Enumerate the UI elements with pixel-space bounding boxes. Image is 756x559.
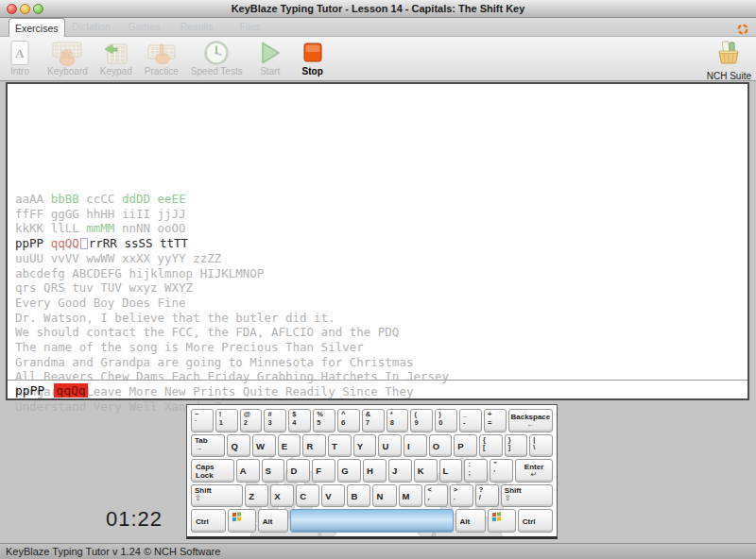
key-l: L [439, 459, 463, 483]
lesson-segment: qrs QRS tuv TUV wxyz WXYZ [15, 280, 193, 295]
key-win-left [228, 509, 256, 533]
lesson-segment: bbBB [51, 192, 87, 206]
toolbar-label-practice: Practice [145, 66, 179, 76]
key-7: &7 [362, 409, 385, 432]
key-c: C [296, 484, 319, 508]
lesson-segment: qqQQ [51, 236, 79, 250]
status-bar-text: KeyBlaze Typing Tutor v 1.24 © NCH Softw… [6, 546, 220, 557]
key-t: T [328, 434, 352, 458]
toolbar-label-start: Start [260, 66, 280, 76]
toolbar-button-keypad[interactable]: Keypad [100, 39, 132, 76]
key-z: Z [245, 484, 268, 508]
minimize-button[interactable] [20, 4, 30, 14]
zoom-button[interactable] [33, 4, 43, 14]
key-ctrl-left: Ctrl [191, 509, 226, 533]
lesson-line: Dr. Watson, I believe that the butler di… [15, 311, 449, 326]
key-equals: += [484, 409, 507, 432]
key-v: V [321, 484, 345, 508]
typing-input-row[interactable]: ppPPqqQq [8, 380, 747, 398]
clock-icon [202, 39, 231, 66]
lesson-segment: Grandma and Grandpa are going to Minneso… [15, 355, 413, 369]
lesson-segment: ppPP [15, 236, 51, 250]
key-tab: Tab→ [191, 434, 225, 458]
key-n: N [372, 484, 396, 508]
nch-suite-label: NCH Suite [707, 71, 751, 81]
toolbar-button-speed-tests[interactable]: Speed Tests [191, 39, 243, 76]
tab-games[interactable]: Games [118, 18, 171, 36]
lesson-line: kkKK llLL mmMM nnNN ooOO [15, 221, 449, 236]
key-b: B [347, 484, 370, 508]
keyboard-row: Shift⇧ZXCVBNM<,>.?/Shift⇧ [191, 484, 553, 508]
key-slash: ?/ [475, 484, 499, 508]
typed-correct-text: ppPP [15, 383, 44, 398]
key-d: D [286, 459, 310, 483]
key-win-right [488, 509, 516, 533]
key-a: A [236, 459, 260, 483]
key-semicolon: :; [464, 459, 488, 483]
key-space [290, 509, 453, 533]
keypad-arrow-icon [102, 39, 130, 66]
toolbar-label-keypad: Keypad [100, 66, 132, 76]
sync-icon[interactable] [737, 22, 748, 33]
lesson-segment: We should contact the FCC, the FDA, AFLC… [15, 325, 399, 339]
lesson-segment: abcdefg ABCDEFG hijklmnop HIJKLMNOP [15, 266, 264, 280]
close-button[interactable] [7, 4, 17, 14]
key-enter: Enter↵ [515, 459, 553, 483]
key-6: ^6 [337, 409, 360, 432]
lesson-segment: aaAA [15, 192, 51, 206]
lesson-segment: ffFF ggGG hhHH iiII jjJJ [15, 207, 186, 221]
lesson-line: We should contact the FCC, the FDA, AFLC… [15, 325, 449, 340]
typed-error-text: qqQq [54, 383, 87, 398]
lesson-line: ppPP qqQQrrRR ssSS ttTT [15, 236, 449, 251]
toolbar-button-start[interactable]: Start [255, 39, 285, 76]
key-8: *8 [387, 409, 409, 432]
keyboard-hand-icon [52, 39, 82, 66]
lesson-segment: ccCC [86, 192, 122, 206]
lesson-panel[interactable]: aaAA bbBB ccCC ddDD eeEEffFF ggGG hhHH i… [6, 82, 749, 400]
title-bar: KeyBlaze Typing Tutor - Lesson 14 - Capi… [0, 0, 756, 18]
keyboard-row: ~`!1@2#3$4%5^6&7*8(9)0_-+=Backspace← [191, 409, 553, 432]
lesson-line: uuUU vvVV wwWW xxXX yyYY zzZZ [15, 251, 449, 266]
toolbar-button-practice[interactable]: Practice [145, 39, 179, 76]
stop-icon [301, 39, 324, 66]
key-s: S [262, 459, 285, 483]
key-r: R [302, 434, 326, 458]
intro-document-icon: A [9, 39, 31, 66]
key-y: Y [353, 434, 377, 458]
tab-files[interactable]: Files [224, 18, 277, 36]
key-period: >. [450, 484, 473, 508]
tab-results[interactable]: Results [171, 18, 224, 36]
toolbar-button-stop[interactable]: Stop [298, 39, 328, 76]
toolbar-button-intro[interactable]: AIntro [5, 39, 35, 76]
toolbar-label-keyboard: Keyboard [47, 66, 88, 76]
key-k: K [414, 459, 438, 483]
timer-display: 01:22 [106, 507, 163, 532]
key-f: F [312, 459, 335, 483]
traffic-lights [7, 4, 43, 14]
toolbar-label-stop: Stop [302, 66, 323, 76]
onscreen-keyboard: ~`!1@2#3$4%5^6&7*8(9)0_-+=Backspace←Tab→… [186, 404, 558, 539]
key-alt-right: Alt [455, 509, 487, 533]
keyboard-row: Tab→QWERTYUIOP{[}]|\ [191, 434, 553, 458]
lesson-segment: rrRR ssSS ttTT [89, 236, 188, 250]
nch-suite-button[interactable]: NCH Suite [707, 39, 751, 81]
key-w: W [252, 434, 276, 458]
lesson-line: aaAA bbBB ccCC ddDD eeEE [15, 192, 449, 207]
tab-exercises[interactable]: Exercises [9, 18, 65, 37]
lesson-line: abcdefg ABCDEFG hijklmnop HIJKLMNOP [15, 266, 449, 281]
key-i: I [404, 434, 427, 458]
toolbar-button-keyboard[interactable]: Keyboard [47, 39, 88, 76]
key-h: H [363, 459, 387, 483]
lesson-line: The name of the song is More Precious Th… [15, 340, 449, 355]
key-q: Q [227, 434, 250, 458]
lesson-segment: Dr. Watson, I believe that the butler di… [15, 311, 335, 325]
tab-strip: ExercisesDictationGamesResultsFiles [0, 18, 756, 37]
key-quote: "' [490, 459, 513, 483]
lesson-segment: The name of the song is More Precious Th… [15, 340, 364, 354]
key-shift-left: Shift⇧ [191, 484, 243, 508]
lesson-line: qrs QRS tuv TUV wxyz WXYZ [15, 280, 449, 296]
lesson-line: Every Good Boy Does Fine [15, 296, 449, 311]
tab-dictation[interactable]: Dictation [65, 18, 118, 36]
lesson-line: Grandma and Grandpa are going to Minneso… [15, 355, 449, 370]
lesson-segment: Every Good Boy Does Fine [15, 296, 186, 310]
